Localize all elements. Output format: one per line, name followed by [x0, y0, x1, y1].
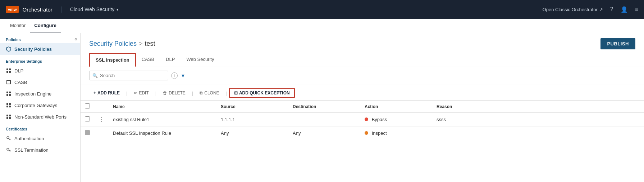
tab-dlp[interactable]: DLP: [160, 53, 181, 67]
row2-destination-cell: Any: [288, 126, 360, 140]
sub-navigation: Monitor Configure: [0, 19, 644, 33]
content-area: Security Policies > test PUBLISH SSL Ins…: [81, 33, 644, 182]
row2-checkbox-cell: [81, 126, 94, 140]
col-header-menu: [94, 101, 109, 113]
non-standard-web-ports-icon: [6, 114, 12, 120]
info-icon[interactable]: i: [171, 72, 178, 79]
row1-checkbox-cell: [81, 113, 94, 126]
row2-name-cell: Default SSL Inspection Rule: [109, 126, 216, 140]
ssl-termination-icon: [6, 147, 12, 153]
tabs-row: SSL Inspection CASB DLP Web Security: [81, 53, 644, 67]
sidebar-item-security-policies[interactable]: Security Policies: [0, 43, 80, 55]
sidebar-item-non-standard-web-ports[interactable]: Non-Standard Web Ports: [0, 111, 80, 123]
search-box[interactable]: 🔍: [89, 71, 168, 80]
clone-icon: ⧉: [200, 90, 203, 96]
clone-button[interactable]: ⧉ CLONE: [195, 88, 223, 98]
breadcrumb-separator: >: [139, 40, 143, 48]
brand-name: Orchestrator: [22, 6, 61, 13]
col-header-name: Name: [109, 101, 216, 113]
col-header-action: Action: [360, 101, 432, 113]
delete-label: DELETE: [169, 90, 186, 96]
tab-ssl-inspection[interactable]: SSL Inspection: [89, 53, 136, 67]
sidebar-collapse-button[interactable]: «: [74, 36, 77, 42]
row1-checkbox[interactable]: [85, 116, 90, 121]
add-quick-exception-button[interactable]: ⊞ ADD QUICK EXCEPTION: [229, 88, 295, 98]
tab-casb[interactable]: CASB: [136, 53, 160, 67]
sidebar-item-dlp[interactable]: DLP: [0, 65, 80, 76]
publish-button[interactable]: PUBLISH: [600, 38, 635, 49]
row2-checkbox: [85, 130, 90, 135]
main-layout: « Policies Security Policies Enterprise …: [0, 33, 644, 182]
shield-icon: [6, 46, 12, 52]
breadcrumb-current: test: [145, 40, 155, 48]
edit-button[interactable]: ✏ EDIT: [129, 88, 153, 98]
add-rule-label: ADD RULE: [97, 90, 120, 96]
menu-icon[interactable]: ≡: [635, 6, 638, 13]
edit-icon: ✏: [134, 90, 137, 96]
sidebar-item-ssl-termination[interactable]: SSL Termination: [0, 144, 80, 156]
breadcrumb-row: Security Policies > test PUBLISH: [81, 33, 644, 53]
divider-3: |: [192, 90, 193, 96]
sidebar-item-authentication[interactable]: Authentication: [0, 133, 80, 144]
row2-reason-cell: [432, 126, 644, 140]
col-header-checkbox: [81, 101, 94, 113]
product-selector[interactable]: Cloud Web Security ▾: [70, 6, 118, 12]
row1-context-menu-icon[interactable]: ⋮: [99, 116, 104, 123]
breadcrumb: Security Policies > test: [89, 40, 155, 48]
divider-1: |: [126, 90, 127, 96]
tab-monitor[interactable]: Monitor: [6, 19, 30, 32]
open-classic-link[interactable]: Open Classic Orchestrator ↗: [543, 7, 603, 12]
vmw-logo: vmw: [6, 6, 19, 13]
table-row: ⋮ existing ssl Rule1 1.1.1.1 Bypass ssss: [81, 113, 644, 126]
row2-action-label: Inspect: [372, 130, 387, 136]
search-input[interactable]: [100, 73, 165, 78]
sidebar-item-label: Authentication: [14, 136, 44, 141]
sidebar-item-corporate-gateways[interactable]: Corporate Gateways: [0, 99, 80, 111]
row1-destination-cell: [288, 113, 360, 126]
row2-source-cell: Any: [216, 126, 288, 140]
breadcrumb-parent[interactable]: Security Policies: [89, 40, 137, 48]
filter-icon[interactable]: ▼: [181, 73, 186, 79]
sidebar-item-label: DLP: [14, 68, 23, 74]
add-quick-exception-icon: ⊞: [234, 90, 238, 96]
search-icon: 🔍: [92, 73, 98, 78]
add-rule-button[interactable]: + ADD RULE: [89, 88, 124, 98]
action-bar: + ADD RULE | ✏ EDIT | 🗑 DELETE | ⧉ CLONE…: [81, 84, 644, 100]
authentication-icon: [6, 136, 12, 141]
row1-menu-cell: ⋮: [94, 113, 109, 126]
sidebar-item-label: Non-Standard Web Ports: [14, 114, 67, 120]
tab-configure[interactable]: Configure: [30, 19, 60, 32]
tab-web-security[interactable]: Web Security: [181, 53, 220, 67]
delete-button[interactable]: 🗑 DELETE: [159, 88, 190, 98]
casb-icon: [6, 79, 12, 85]
corporate-gateways-icon: [6, 102, 12, 108]
col-header-reason: Reason: [432, 101, 644, 113]
top-nav-right: Open Classic Orchestrator ↗ ? 👤 ≡: [543, 6, 638, 13]
edit-label: EDIT: [139, 90, 149, 96]
row1-action-cell: Bypass: [360, 113, 432, 126]
sidebar-item-inspection-engine[interactable]: Inspection Engine: [0, 88, 80, 99]
sidebar-item-label: Security Policies: [14, 46, 52, 52]
inspection-engine-icon: [6, 91, 12, 97]
rules-table: Name Source Destination Action Reason ⋮: [81, 100, 644, 140]
dlp-icon: [6, 68, 12, 74]
sidebar-item-label: Corporate Gateways: [14, 103, 57, 108]
top-navigation: vmw Orchestrator Cloud Web Security ▾ Op…: [0, 0, 644, 19]
row1-name-cell[interactable]: existing ssl Rule1: [109, 113, 216, 126]
select-all-checkbox[interactable]: [85, 103, 90, 108]
help-icon[interactable]: ?: [610, 6, 613, 13]
divider-2: |: [155, 90, 156, 96]
sidebar-section-policies: Policies: [0, 33, 80, 43]
sidebar-section-enterprise: Enterprise Settings: [0, 55, 80, 65]
product-name: Cloud Web Security: [70, 6, 114, 12]
row2-action-dot: [365, 131, 368, 135]
sidebar-section-certificates: Certificates: [0, 123, 80, 133]
sidebar-item-casb[interactable]: CASB: [0, 76, 80, 88]
add-quick-exception-label: ADD QUICK EXCEPTION: [239, 90, 290, 96]
search-row: 🔍 i ▼: [81, 67, 644, 84]
col-header-source: Source: [216, 101, 288, 113]
product-chevron-icon: ▾: [117, 8, 118, 12]
sidebar-item-label: SSL Termination: [14, 147, 49, 153]
clone-label: CLONE: [204, 90, 219, 96]
user-icon[interactable]: 👤: [621, 6, 628, 13]
